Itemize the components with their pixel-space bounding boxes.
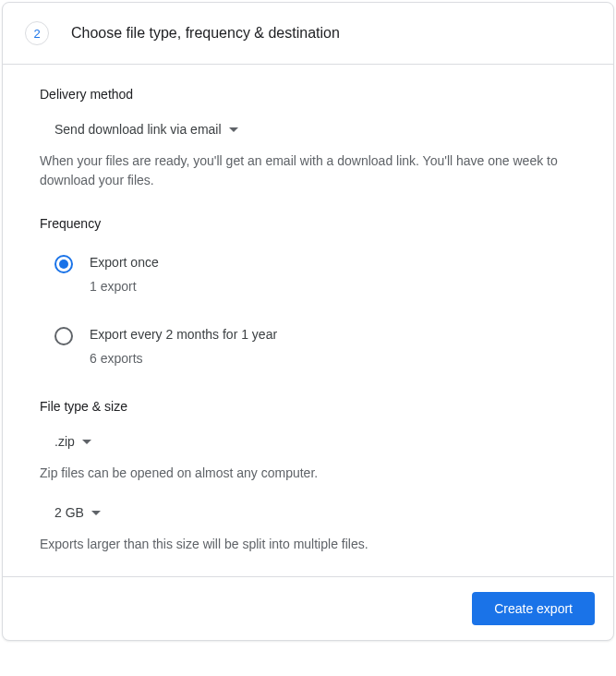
frequency-option-sublabel: 6 exports [90,351,277,366]
file-type-selected: .zip [54,434,75,449]
delivery-method-dropdown[interactable]: Send download link via email [40,118,246,140]
file-size-dropdown[interactable]: 2 GB [40,501,108,524]
create-export-button[interactable]: Create export [472,592,595,625]
frequency-option-label: Export every 2 months for 1 year [90,327,277,342]
chevron-down-icon [229,127,238,132]
radio-text-group: Export once 1 export [90,255,159,294]
frequency-radio-group: Export once 1 export Export every 2 mont… [40,247,576,373]
delivery-section-title: Delivery method [40,87,576,102]
radio-dot-icon [59,260,68,269]
frequency-option-periodic[interactable]: Export every 2 months for 1 year 6 expor… [40,320,576,373]
filetype-section-title: File type & size [40,399,576,414]
frequency-section-title: Frequency [40,216,576,231]
file-type-dropdown[interactable]: .zip [40,430,99,453]
file-type-helper-text: Zip files can be opened on almost any co… [40,464,576,483]
step-number: 2 [33,27,40,41]
frequency-option-label: Export once [90,255,159,270]
file-size-selected: 2 GB [54,505,84,520]
chevron-down-icon [82,440,91,444]
delivery-helper-text: When your files are ready, you'll get an… [40,151,576,190]
step-header: 2 Choose file type, frequency & destinat… [3,3,613,65]
frequency-option-once[interactable]: Export once 1 export [40,247,576,301]
radio-button-icon [54,327,73,345]
export-step-card: 2 Choose file type, frequency & destinat… [2,2,614,641]
file-size-helper-text: Exports larger than this size will be sp… [40,535,576,554]
chevron-down-icon [91,511,101,515]
step-footer: Create export [3,576,613,640]
step-content: Delivery method Send download link via e… [3,65,613,576]
delivery-method-selected: Send download link via email [54,122,222,137]
create-export-label: Create export [494,601,573,616]
step-title: Choose file type, frequency & destinatio… [71,25,340,42]
radio-button-icon [54,255,73,273]
step-number-badge: 2 [25,21,49,45]
radio-text-group: Export every 2 months for 1 year 6 expor… [90,327,277,366]
frequency-option-sublabel: 1 export [90,279,159,294]
